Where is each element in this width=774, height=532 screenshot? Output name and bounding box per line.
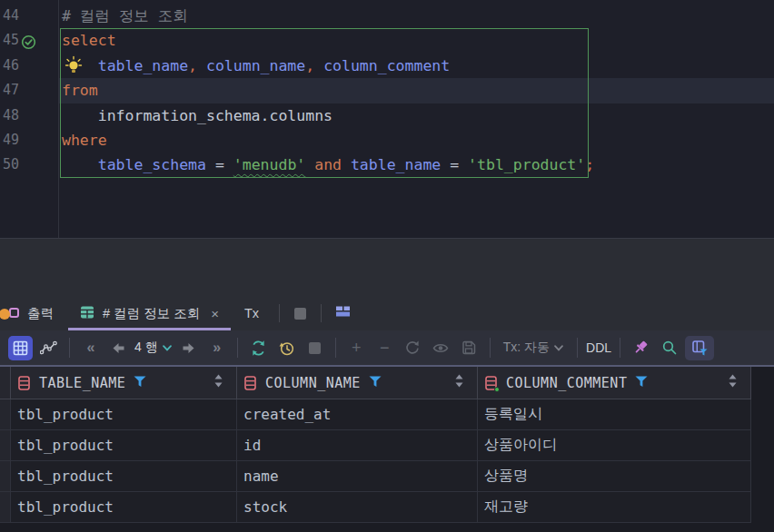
- search-button[interactable]: [657, 336, 681, 360]
- sql-identifier: information_schema.columns: [62, 107, 332, 124]
- column-icon: [18, 376, 30, 390]
- nullable-dot: [494, 387, 500, 392]
- cell[interactable]: tbl_product: [11, 430, 237, 460]
- preview-button[interactable]: [429, 336, 453, 360]
- sql-keyword: and: [305, 156, 351, 173]
- grid-toolbar: « 4 행 » + −: [0, 330, 774, 367]
- sort-arrows-icon[interactable]: [729, 374, 737, 391]
- cell[interactable]: stock: [237, 492, 478, 522]
- revert-button[interactable]: [401, 336, 425, 360]
- last-page-button[interactable]: »: [204, 336, 229, 360]
- divider: [69, 338, 70, 358]
- sort-arrows-icon[interactable]: [455, 374, 463, 391]
- divider: [577, 338, 578, 358]
- tab-tx[interactable]: Tx: [231, 296, 273, 330]
- cell[interactable]: 상품명: [478, 461, 751, 491]
- filter-funnel-icon[interactable]: [635, 375, 648, 391]
- tx-mode-label: Tx: 자동: [503, 340, 550, 356]
- tab-output[interactable]: 출력: [0, 296, 68, 330]
- cell[interactable]: tbl_product: [11, 461, 237, 491]
- stop-square-icon[interactable]: [294, 308, 306, 320]
- column-header-table-name[interactable]: TABLE_NAME: [11, 367, 237, 399]
- divider: [335, 338, 336, 358]
- sql-identifier: table_name: [351, 156, 441, 173]
- grid-header-row: TABLE_NAME COLUMN_NAME: [0, 367, 751, 399]
- code-line: 44 # 컬럼 정보 조회: [0, 4, 774, 28]
- first-page-button[interactable]: «: [78, 336, 103, 360]
- add-row-button[interactable]: +: [344, 336, 369, 360]
- layout-settings-icon[interactable]: [335, 304, 351, 322]
- next-page-button[interactable]: [176, 336, 201, 360]
- line-number: 49: [3, 128, 39, 153]
- table-filter-toggle-button[interactable]: [685, 336, 714, 360]
- sql-string-menudb: 'menudb': [233, 156, 305, 173]
- sql-keyword: where: [62, 132, 107, 149]
- chart-view-button[interactable]: [36, 336, 61, 360]
- grid-corner-gutter[interactable]: [0, 367, 11, 399]
- column-header-column-name[interactable]: COLUMN_NAME: [237, 367, 478, 399]
- reload-page-button[interactable]: [246, 336, 271, 360]
- cell[interactable]: name: [237, 461, 478, 491]
- row-gutter[interactable]: [0, 430, 11, 460]
- cell[interactable]: 재고량: [478, 492, 751, 522]
- filter-funnel-icon[interactable]: [134, 375, 146, 391]
- code-line: 46 table_name, column_name, column_comme…: [0, 54, 774, 78]
- code-line: 50 table_schema = 'menudb' and table_nam…: [0, 153, 774, 177]
- save-button[interactable]: [457, 336, 481, 360]
- row-gutter[interactable]: [0, 492, 11, 522]
- tab-output-label: 출력: [27, 305, 54, 322]
- sql-identifier: table_name: [98, 57, 188, 74]
- tab-result-set[interactable]: # 컬럼 정보 조회 ×: [68, 296, 231, 330]
- sql-string-tbl-product: 'tbl_product': [468, 156, 585, 173]
- chevron-down-icon: [553, 344, 564, 352]
- line-number: 48: [3, 103, 39, 128]
- tab-result-label: # 컬럼 정보 조회: [103, 305, 200, 322]
- close-icon[interactable]: ×: [211, 306, 219, 321]
- history-button[interactable]: [274, 336, 299, 360]
- chevron-down-icon: [162, 344, 173, 352]
- divider: [279, 304, 280, 322]
- cell[interactable]: tbl_product: [11, 492, 237, 522]
- sort-arrows-icon[interactable]: [214, 374, 223, 391]
- services-panel-header: 출력 # 컬럼 정보 조회 × Tx: [0, 238, 774, 330]
- grid-view-button[interactable]: [8, 336, 33, 360]
- stop-button[interactable]: [303, 336, 327, 360]
- divider: [321, 304, 322, 322]
- previous-page-button[interactable]: [106, 336, 131, 360]
- row-gutter[interactable]: [0, 399, 11, 429]
- line-number: 44: [3, 4, 39, 28]
- table-row: tbl_product id 상품아이디: [0, 430, 751, 461]
- pin-tab-button[interactable]: [629, 336, 653, 360]
- cell[interactable]: 상품아이디: [478, 430, 751, 460]
- divider: [490, 338, 491, 358]
- code-line: 49 where: [0, 128, 774, 153]
- code-line: 48 information_schema.columns: [0, 103, 774, 128]
- page-size-dropdown[interactable]: 4 행: [134, 336, 173, 360]
- divider: [237, 338, 238, 358]
- line-number: 46: [3, 54, 39, 78]
- row-gutter[interactable]: [0, 461, 11, 491]
- column-icon-nullable: [485, 376, 497, 390]
- ddl-button[interactable]: DDL: [586, 336, 611, 360]
- sql-identifier: column_name: [206, 57, 305, 74]
- page-size-label: 4 행: [134, 340, 158, 356]
- line-number: 50: [3, 153, 39, 177]
- sql-keyword: select: [62, 32, 116, 49]
- code-line: 45 select: [0, 28, 774, 53]
- table-row: tbl_product created_at 등록일시: [0, 399, 751, 430]
- table-grid-icon: [80, 305, 94, 322]
- cell[interactable]: created_at: [237, 399, 478, 429]
- cell[interactable]: 등록일시: [478, 399, 751, 429]
- cell[interactable]: tbl_product: [11, 399, 237, 429]
- divider: [620, 338, 620, 358]
- cell[interactable]: id: [237, 430, 478, 460]
- column-header-column-comment[interactable]: COLUMN_COMMENT: [478, 367, 751, 399]
- sql-editor[interactable]: 44 # 컬럼 정보 조회 45 select 46: [0, 0, 774, 238]
- filter-funnel-icon[interactable]: [369, 375, 382, 391]
- tx-mode-dropdown[interactable]: Tx: 자동: [499, 336, 569, 360]
- console-output-icon: [3, 306, 19, 321]
- result-grid: TABLE_NAME COLUMN_NAME: [0, 367, 751, 523]
- result-tabbar: 출력 # 컬럼 정보 조회 × Tx: [0, 296, 358, 330]
- delete-row-button[interactable]: −: [372, 336, 397, 360]
- sql-identifier: table_schema: [98, 156, 206, 173]
